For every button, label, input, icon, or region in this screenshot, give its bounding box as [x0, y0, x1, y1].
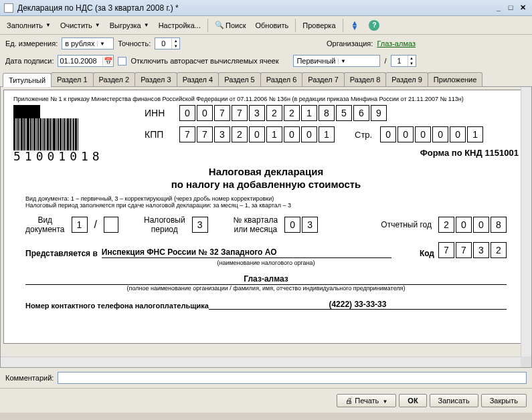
- doc-kind-label: Вид документа: [25, 215, 65, 234]
- expand-collapse-button[interactable]: ▲▼: [346, 19, 364, 32]
- precision-spinner[interactable]: ▲▼: [155, 37, 180, 49]
- doc-kind-v1[interactable]: 1: [72, 217, 88, 233]
- precision-input[interactable]: [155, 39, 171, 48]
- org-link[interactable]: Глаз-алмаз: [377, 39, 416, 47]
- settings-button[interactable]: Настройка...: [155, 19, 205, 31]
- year-cells[interactable]: 20 08: [438, 217, 507, 233]
- year-label: Отчетный год: [381, 220, 432, 229]
- declaration-title: Налоговая декларация: [13, 166, 519, 177]
- phone-value[interactable]: (4222) 33-33-33: [209, 300, 507, 310]
- tab-appendix[interactable]: Приложение: [428, 72, 483, 86]
- comment-row: Комментарий:: [0, 368, 532, 388]
- page-cells: 00 00 01: [380, 126, 483, 142]
- tab-section-5[interactable]: Раздел 5: [218, 72, 261, 86]
- fill-button[interactable]: Заполнить▼: [3, 19, 55, 31]
- tab-section-7[interactable]: Раздел 7: [302, 72, 345, 86]
- knd-label: Форма по КНД 1151001: [145, 148, 519, 158]
- org-label: Организация:: [327, 39, 373, 47]
- close-form-button[interactable]: Закрыть: [481, 394, 527, 407]
- quarter-cells[interactable]: 03: [284, 217, 318, 233]
- phone-label: Номер контактного телефона налогоплатель…: [25, 302, 209, 310]
- footer-buttons: 🖨 Печать ▼ ОК Записать Закрыть: [0, 388, 532, 413]
- vertical-scrollbar[interactable]: [521, 87, 531, 356]
- organization-sublabel: (полное наименование организации / фамил…: [25, 285, 507, 292]
- kpp-cells[interactable]: 77 32 01 00 1: [179, 126, 335, 142]
- inn-cells[interactable]: 00 77 32 21 85 69: [179, 105, 387, 121]
- unit-label: Ед. измерения:: [5, 39, 58, 47]
- sign-date-label: Дата подписи:: [5, 57, 54, 65]
- tab-title[interactable]: Титульный: [3, 73, 52, 87]
- appendix-note: Приложение № 1 к приказу Министерства фи…: [13, 96, 519, 102]
- barcode: 51001018: [13, 105, 127, 163]
- expand-collapse-icon: ▲▼: [351, 21, 359, 30]
- inn-label: ИНН: [145, 108, 171, 118]
- document-viewport: Приложение № 1 к приказу Министерства фи…: [0, 87, 532, 368]
- main-toolbar: Заполнить▼ Очистить▼ Выгрузка▼ Настройка…: [0, 16, 532, 35]
- sign-date-input[interactable]: 📅: [58, 55, 114, 67]
- code-cells[interactable]: 77 32: [438, 242, 507, 258]
- doc-type-select[interactable]: Первичный▼: [293, 55, 380, 67]
- refresh-button[interactable]: Обновить: [251, 19, 292, 31]
- check-button[interactable]: Проверка: [298, 19, 339, 31]
- window-title: Декларация по НДС (за 3 квартал 2008 г.)…: [17, 3, 492, 13]
- tab-section-3[interactable]: Раздел 3: [135, 72, 177, 86]
- slash-label: /: [384, 57, 386, 65]
- code-label: Код: [420, 249, 434, 258]
- tab-section-2[interactable]: Раздел 2: [93, 72, 136, 86]
- ok-button[interactable]: ОК: [399, 394, 426, 407]
- save-button[interactable]: Записать: [430, 394, 478, 407]
- doc-kind-v2[interactable]: [104, 217, 118, 233]
- barcode-number: 51001018: [13, 149, 127, 163]
- declaration-subtitle: по налогу на добавленную стоимость: [13, 179, 519, 190]
- print-button[interactable]: 🖨 Печать ▼: [337, 394, 396, 407]
- comment-input[interactable]: [58, 372, 527, 384]
- tax-period-value[interactable]: 3: [192, 217, 208, 233]
- unit-select[interactable]: в рублях▼: [62, 37, 114, 49]
- app-icon: [4, 3, 13, 13]
- minimize-button[interactable]: _: [493, 3, 504, 13]
- window-titlebar: Декларация по НДС (за 3 квартал 2008 г.)…: [0, 0, 532, 16]
- search-icon: 🔍: [215, 21, 224, 30]
- tax-authority-sublabel: (наименование налогового органа): [25, 259, 507, 266]
- hint-1: Вид документа: 1 – первичный, 3 – коррек…: [25, 195, 507, 202]
- params-row: Ед. измерения: в рублях▼ Точность: ▲▼ Ор…: [0, 35, 532, 52]
- tab-section-4[interactable]: Раздел 4: [177, 72, 219, 86]
- params-row-2: Дата подписи: 📅 Отключить авторасчет выч…: [0, 52, 532, 70]
- tab-section-1[interactable]: Раздел 1: [51, 72, 94, 86]
- comment-label: Комментарий:: [5, 374, 54, 382]
- close-button[interactable]: ✕: [517, 3, 528, 13]
- tab-section-6[interactable]: Раздел 6: [260, 72, 303, 86]
- tab-section-8[interactable]: Раздел 8: [344, 72, 387, 86]
- organization-name[interactable]: Глаз-алмаз: [25, 274, 507, 285]
- scroll-corner: [521, 356, 531, 367]
- export-button[interactable]: Выгрузка▼: [106, 19, 153, 31]
- precision-label: Точность:: [118, 39, 151, 47]
- kpp-label: КПП: [145, 129, 171, 140]
- print-icon: 🖨: [345, 397, 353, 405]
- horizontal-scrollbar[interactable]: [1, 356, 521, 367]
- document-page: Приложение № 1 к приказу Министерства фи…: [3, 90, 529, 344]
- calendar-icon[interactable]: 📅: [102, 57, 113, 66]
- hint-2: Налоговый период заполняется при сдаче н…: [25, 202, 507, 209]
- represented-label: Представляется в: [25, 249, 98, 258]
- help-icon: ?: [369, 20, 379, 31]
- tax-period-label: Налоговый период: [144, 215, 185, 234]
- help-button[interactable]: ?: [365, 18, 383, 33]
- section-tabs: Титульный Раздел 1 Раздел 2 Раздел 3 Раз…: [0, 70, 532, 87]
- autocalc-checkbox[interactable]: [118, 57, 126, 66]
- autocalc-label: Отключить авторасчет вычисляемых ячеек: [130, 57, 278, 65]
- page-label: Стр.: [355, 130, 372, 140]
- search-button[interactable]: 🔍Поиск: [211, 19, 250, 32]
- quarter-label: № квартала или месяца: [234, 215, 278, 234]
- maximize-button[interactable]: □: [505, 3, 516, 13]
- tab-section-9[interactable]: Раздел 9: [385, 72, 428, 86]
- clear-button[interactable]: Очистить▼: [56, 19, 104, 31]
- tax-authority-name[interactable]: Инспекция ФНС России № 32 Западного АО: [102, 247, 391, 258]
- corr-spinner[interactable]: ▲▼: [391, 55, 416, 67]
